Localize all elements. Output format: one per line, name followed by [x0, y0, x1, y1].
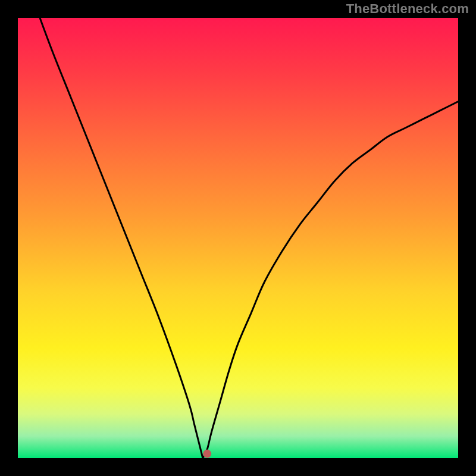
watermark-text: TheBottleneck.com [346, 1, 469, 17]
outer-frame: TheBottleneck.com [0, 0, 476, 476]
plot-area [18, 18, 458, 458]
chart-svg [18, 18, 458, 458]
minimum-dot [203, 450, 211, 458]
gradient-background [18, 18, 458, 458]
